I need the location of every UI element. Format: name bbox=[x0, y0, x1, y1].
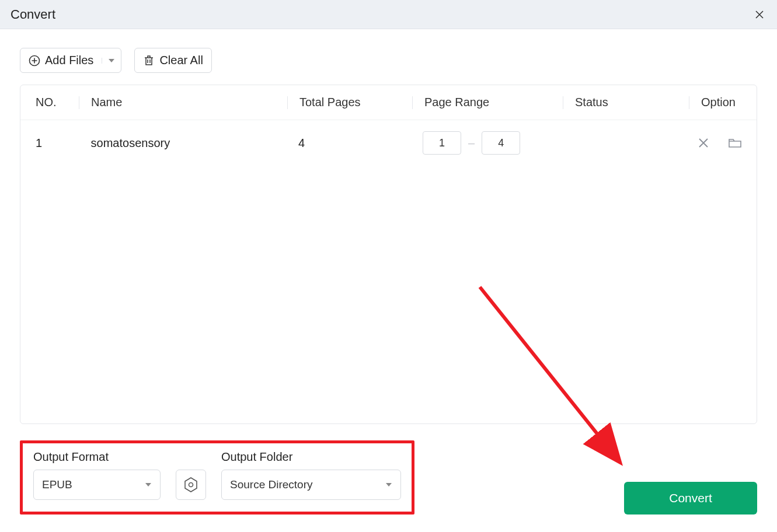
cell-option bbox=[698, 138, 741, 148]
clear-all-button[interactable]: Clear All bbox=[134, 48, 211, 73]
cell-no: 1 bbox=[36, 136, 79, 150]
header-total-pages: Total Pages bbox=[299, 96, 412, 109]
output-folder-label: Output Folder bbox=[221, 450, 401, 464]
remove-row-button[interactable] bbox=[698, 138, 709, 148]
footer: Output Format EPUB Output Folder Source … bbox=[0, 430, 777, 532]
plus-circle-icon bbox=[29, 55, 40, 66]
trash-icon bbox=[143, 55, 155, 66]
output-format-value: EPUB bbox=[42, 478, 72, 491]
convert-button[interactable]: Convert bbox=[624, 482, 757, 514]
output-settings-highlight: Output Format EPUB Output Folder Source … bbox=[20, 440, 414, 514]
caret-down-icon bbox=[145, 482, 152, 488]
format-settings-button[interactable] bbox=[176, 470, 206, 500]
output-format-select[interactable]: EPUB bbox=[33, 470, 161, 500]
toolbar: Add Files Clear All bbox=[0, 29, 777, 85]
header-status: Status bbox=[575, 96, 689, 109]
header-option: Option bbox=[701, 96, 741, 109]
cell-total-pages: 4 bbox=[298, 136, 410, 150]
header-page-range: Page Range bbox=[424, 96, 563, 109]
window-title: Convert bbox=[11, 7, 55, 22]
output-folder-select[interactable]: Source Directory bbox=[221, 470, 401, 500]
output-format-label: Output Format bbox=[33, 450, 161, 464]
hex-gear-icon bbox=[183, 477, 199, 493]
svg-point-1 bbox=[189, 483, 193, 487]
titlebar: Convert bbox=[0, 0, 777, 29]
caret-down-icon bbox=[108, 58, 115, 64]
close-button[interactable] bbox=[752, 8, 766, 22]
cell-name: somatosensory bbox=[91, 136, 287, 150]
output-folder-group: Output Folder Source Directory bbox=[221, 450, 401, 500]
page-range-to-input[interactable] bbox=[482, 131, 520, 155]
convert-label: Convert bbox=[669, 491, 712, 505]
output-format-group: Output Format EPUB bbox=[33, 450, 161, 500]
x-icon bbox=[698, 138, 709, 148]
page-range-from-input[interactable] bbox=[423, 131, 461, 155]
table-row: 1 somatosensory 4 – bbox=[20, 120, 757, 166]
table-header: NO. Name Total Pages Page Range Status O… bbox=[20, 85, 757, 120]
close-icon bbox=[755, 10, 764, 19]
cell-page-range: – bbox=[423, 131, 560, 155]
caret-down-icon bbox=[385, 482, 392, 488]
header-no: NO. bbox=[36, 96, 79, 109]
open-folder-button[interactable] bbox=[729, 138, 741, 148]
add-files-dropdown-caret[interactable] bbox=[102, 58, 115, 64]
range-dash: – bbox=[468, 136, 475, 150]
add-files-label: Add Files bbox=[45, 54, 93, 67]
header-name: Name bbox=[91, 96, 287, 109]
clear-all-label: Clear All bbox=[159, 54, 203, 67]
add-files-button[interactable]: Add Files bbox=[20, 48, 121, 73]
file-table: NO. Name Total Pages Page Range Status O… bbox=[20, 85, 757, 424]
output-folder-value: Source Directory bbox=[230, 478, 313, 491]
folder-icon bbox=[729, 138, 741, 148]
